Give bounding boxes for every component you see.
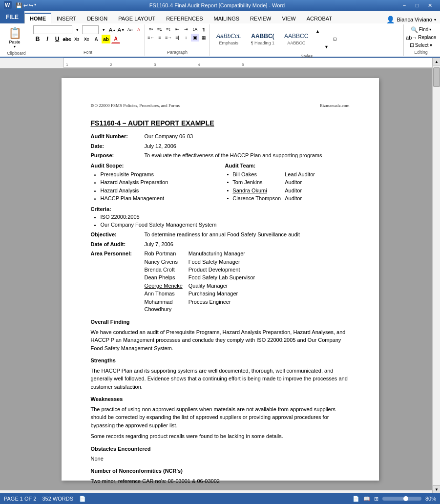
decrease-indent-button[interactable]: ⇤ xyxy=(173,25,181,33)
title-bar: W 💾 ↩ ↪ ▾ FS1160-4 Final Audit Report [C… xyxy=(0,0,440,11)
font-size-dropdown[interactable]: ▾ xyxy=(100,26,107,34)
scroll-down-button[interactable]: ▼ xyxy=(433,485,440,493)
purpose-label: Purpose: xyxy=(91,152,145,159)
text-effects-button[interactable]: A xyxy=(92,35,101,43)
restore-button[interactable]: □ xyxy=(411,0,423,10)
font-size-input[interactable]: 12 xyxy=(82,25,99,34)
font-name-dropdown[interactable]: ▾ xyxy=(73,26,81,34)
change-case-button[interactable]: Aa xyxy=(126,26,134,34)
criteria-item-2: Our Company Food Safety Management Syste… xyxy=(101,221,350,229)
design-tab[interactable]: DESIGN xyxy=(82,13,113,23)
font-color-button[interactable]: A xyxy=(111,35,120,43)
page-layout-tab[interactable]: PAGE LAYOUT xyxy=(113,13,161,23)
align-left-button[interactable]: ≡← xyxy=(147,34,155,42)
shading-button[interactable]: ▣ xyxy=(191,34,199,42)
increase-indent-button[interactable]: ⇥ xyxy=(182,25,190,33)
references-tab[interactable]: REFERENCES xyxy=(161,13,208,23)
clipboard-group: 📋 Paste ▾ Clipboard xyxy=(2,24,31,56)
borders-button[interactable]: ▦ xyxy=(200,34,208,42)
superscript-button[interactable]: X2 xyxy=(82,35,91,43)
scope-item-2: Hazard Analysis Preparation xyxy=(101,179,215,186)
team-role-4: Auditor xyxy=(285,195,319,203)
p-role-1: Manufacturing Manager xyxy=(189,250,261,258)
close-button[interactable]: ✕ xyxy=(423,0,436,10)
ruler: 1 2 3 4 5 xyxy=(0,58,440,68)
underline-button[interactable]: U xyxy=(53,35,62,43)
home-tab[interactable]: HOME xyxy=(24,13,51,23)
align-center-button[interactable]: ≡ xyxy=(156,34,164,42)
purpose-row: Purpose: To evaluate the effectiveness o… xyxy=(91,152,350,159)
decrease-font-button[interactable]: A▼ xyxy=(117,26,125,34)
multilevel-button[interactable]: ≡↕ xyxy=(165,25,172,33)
acrobat-tab[interactable]: ACROBAT xyxy=(301,13,337,23)
increase-font-button[interactable]: A▲ xyxy=(108,26,116,34)
font-name-input[interactable]: Arial xyxy=(33,25,72,34)
team-role-3: Auditor xyxy=(285,187,319,195)
criteria-list: ISO 22000:2005 Our Company Food Safety M… xyxy=(91,213,350,230)
style-heading1[interactable]: AABBC( ¶ Heading 1 xyxy=(247,25,279,53)
zoom-thumb[interactable] xyxy=(403,496,408,501)
audit-number-label: Audit Number: xyxy=(91,133,145,140)
sort-button[interactable]: ↕A xyxy=(191,25,199,33)
insert-tab[interactable]: INSERT xyxy=(51,13,82,23)
weaknesses-text2: Some records regarding product recalls w… xyxy=(91,432,350,441)
styles-group: AaBbCcL Emphasis AABBC( ¶ Heading 1 AABB… xyxy=(210,24,404,56)
styles-scroll-up[interactable]: ▲ xyxy=(314,27,321,35)
replace-button[interactable]: ab→ Replace xyxy=(406,35,436,41)
styles-expand[interactable]: ⊡ xyxy=(331,35,339,43)
view-layout-icon[interactable]: ⊞ xyxy=(374,496,378,502)
p-role-3: Product Development xyxy=(189,266,261,274)
find-dropdown-icon[interactable]: ▾ xyxy=(429,27,431,32)
file-tab[interactable]: FILE xyxy=(0,11,24,23)
view-reading-icon[interactable]: 📖 xyxy=(363,496,370,502)
ribbon-tabs: FILE HOME INSERT DESIGN PAGE LAYOUT REFE… xyxy=(0,11,440,23)
scroll-thumb[interactable] xyxy=(433,67,440,87)
ncr-heading: Number of Nonconformities (NCR's) xyxy=(91,467,350,475)
replace-icon: ab→ xyxy=(406,35,417,41)
zoom-slider[interactable] xyxy=(382,497,421,501)
document-page: ISO 22000 FSMS Policies, Procedures, and… xyxy=(62,78,379,481)
align-right-button[interactable]: ≡→ xyxy=(165,34,172,42)
review-tab[interactable]: REVIEW xyxy=(245,13,276,23)
justify-button[interactable]: ≡| xyxy=(173,34,181,42)
text-highlight-button[interactable]: ab xyxy=(102,35,110,43)
paragraph-group: ≡• ≡1 ≡↕ ⇤ ⇥ ↕A ¶ ≡← ≡ ≡→ ≡| ↕ ▣ ▦ Parag… xyxy=(145,24,210,56)
view-tab[interactable]: VIEW xyxy=(277,13,301,23)
line-spacing-button[interactable]: ↕ xyxy=(182,34,190,42)
mailings-tab[interactable]: MAILINGS xyxy=(209,13,245,23)
select-button[interactable]: ⊡ Select ▾ xyxy=(410,42,433,48)
dropdown-icon[interactable]: ▾ xyxy=(34,2,36,9)
paste-icon: 📋 xyxy=(8,27,21,40)
right-scrollbar[interactable]: ▲ ▼ xyxy=(432,58,440,493)
bold-button[interactable]: B xyxy=(33,35,42,43)
strikethrough-button[interactable]: abc xyxy=(63,35,71,43)
clear-format-button[interactable]: A xyxy=(135,26,143,34)
p-role-6: Purchasing Manager xyxy=(189,290,261,298)
show-formatting-button[interactable]: ¶ xyxy=(200,25,208,33)
status-right: 📄 📖 ⊞ 80% xyxy=(353,496,436,502)
redo-icon[interactable]: ↪ xyxy=(29,2,33,9)
p-role-7: Process Engineer xyxy=(189,298,261,314)
scroll-up-button[interactable]: ▲ xyxy=(433,58,440,65)
find-button[interactable]: 🔍 Find ▾ xyxy=(411,26,431,33)
paste-button[interactable]: 📋 Paste ▾ xyxy=(4,25,25,50)
ruler-mark-4: 4 xyxy=(198,63,200,67)
title-bar-icons: 💾 ↩ ↪ ▾ xyxy=(16,2,36,9)
scope-team-section: Audit Scope: Prerequisite Programs Hazar… xyxy=(91,162,350,203)
user-chevron[interactable]: ▾ xyxy=(434,18,436,22)
subscript-button[interactable]: X2 xyxy=(72,35,81,43)
styles-scroll-down[interactable]: ▼ xyxy=(322,43,330,51)
minimize-button[interactable]: − xyxy=(398,0,411,10)
save-icon[interactable]: 💾 xyxy=(16,2,22,9)
bullets-button[interactable]: ≡• xyxy=(147,25,155,33)
numbering-button[interactable]: ≡1 xyxy=(156,25,164,33)
header-right: Bizmanualz.com xyxy=(320,103,350,109)
italic-button[interactable]: I xyxy=(43,35,52,43)
undo-icon[interactable]: ↩ xyxy=(23,2,28,9)
user-area: 👤 Bianca Viviano ▾ xyxy=(386,16,440,23)
weaknesses-heading: Weaknesses xyxy=(91,396,350,403)
style-heading2[interactable]: AABBCC AABBCC xyxy=(280,25,313,53)
view-normal-icon[interactable]: 📄 xyxy=(353,496,359,502)
word-count: 352 WORDS xyxy=(42,496,73,502)
style-emphasis[interactable]: AaBbCcL Emphasis xyxy=(212,25,246,53)
